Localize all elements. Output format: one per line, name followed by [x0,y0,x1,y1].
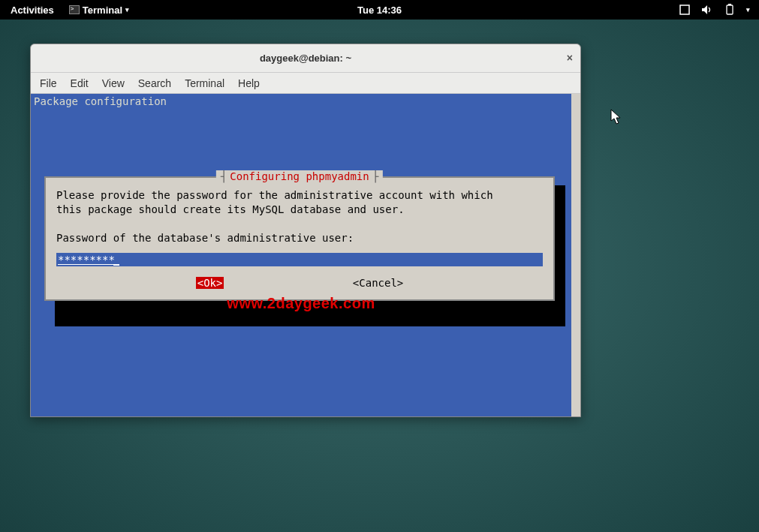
gnome-topbar: Activities Terminal ▾ Tue 14:36 ▾ [0,0,759,20]
menu-help[interactable]: Help [238,77,260,89]
mouse-cursor-icon [610,109,622,125]
volume-icon[interactable] [701,4,713,16]
terminal-body: Package configuration ┤ Configuring phpm… [31,94,580,416]
scrollbar[interactable] [571,94,580,416]
clock[interactable]: Tue 14:36 [357,5,402,16]
window-restore-icon[interactable] [679,4,691,16]
svg-rect-1 [727,5,733,14]
watermark-text: www.2daygeek.com [227,295,375,312]
menu-search[interactable]: Search [138,77,171,89]
power-menu-icon[interactable] [724,4,736,16]
menu-view[interactable]: View [102,77,125,89]
terminal-header-text: Package configuration [31,94,571,109]
terminal-window: daygeek@debian: ~ × File Edit View Searc… [30,44,581,417]
dialog-title: Configuring phpmyadmin [230,170,369,182]
activities-button[interactable]: Activities [6,5,59,16]
window-menubar: File Edit View Search Terminal Help [31,73,580,94]
app-menu[interactable]: Terminal ▾ [65,5,134,16]
menu-terminal[interactable]: Terminal [185,77,224,89]
config-dialog: ┤ Configuring phpmyadmin ├ Please provid… [44,176,555,301]
close-icon[interactable]: × [567,52,573,64]
app-menu-label: Terminal [83,5,122,16]
menu-file[interactable]: File [40,77,57,89]
ok-button[interactable]: <Ok> [196,277,224,289]
dialog-title-frame: ┤ Configuring phpmyadmin ├ [216,170,383,182]
svg-rect-2 [728,4,731,5]
password-input[interactable]: ********* [56,253,543,266]
window-titlebar[interactable]: daygeek@debian: ~ × [31,44,580,73]
chevron-down-icon: ▾ [125,6,129,14]
text-cursor [113,255,119,266]
dialog-title-decor: ├ [372,170,378,182]
dialog-body: Please provide the password for the admi… [56,188,543,245]
window-title: daygeek@debian: ~ [260,53,351,64]
cancel-button[interactable]: <Cancel> [353,277,403,289]
terminal-icon [69,5,80,14]
chevron-down-icon[interactable]: ▾ [746,6,750,14]
menu-edit[interactable]: Edit [71,77,89,89]
dialog-title-decor: ┤ [221,170,227,182]
svg-rect-0 [680,5,689,14]
